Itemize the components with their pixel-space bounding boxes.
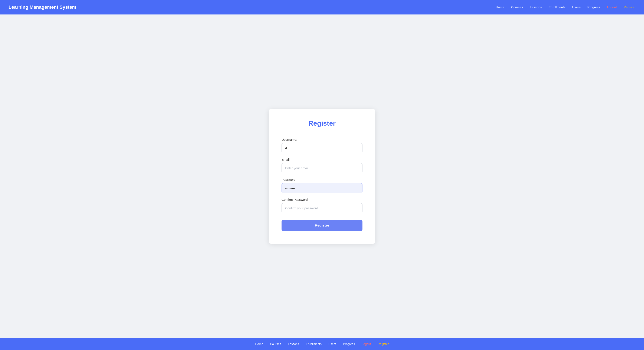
username-group: Username: (282, 138, 362, 153)
navbar-brand: Learning Management System (8, 4, 76, 10)
nav-register[interactable]: Register (624, 5, 636, 9)
password-group: Password: (282, 178, 362, 193)
nav-lessons[interactable]: Lessons (530, 5, 542, 9)
form-title: Register (282, 120, 362, 127)
footer-register[interactable]: Register (378, 342, 389, 346)
register-button[interactable]: Register (282, 220, 362, 231)
password-label: Password: (282, 178, 362, 182)
username-input[interactable] (282, 143, 362, 153)
navbar-links: Home Courses Lessons Enrollments Users P… (496, 5, 636, 9)
footer-users[interactable]: Users (328, 342, 336, 346)
footer-lessons[interactable]: Lessons (288, 342, 299, 346)
nav-home[interactable]: Home (496, 5, 504, 9)
footer-links: Home Courses Lessons Enrollments Users P… (255, 342, 389, 346)
footer: Home Courses Lessons Enrollments Users P… (0, 338, 644, 350)
footer-enrollments[interactable]: Enrollments (306, 342, 322, 346)
footer-logout[interactable]: Logout (362, 342, 371, 346)
nav-logout[interactable]: Logout (607, 5, 617, 9)
nav-progress[interactable]: Progress (587, 5, 600, 9)
email-input[interactable] (282, 163, 362, 173)
nav-courses[interactable]: Courses (511, 5, 523, 9)
nav-users[interactable]: Users (572, 5, 580, 9)
footer-courses[interactable]: Courses (270, 342, 281, 346)
nav-enrollments[interactable]: Enrollments (548, 5, 566, 9)
main-content: Register Username: Email: Password: Conf… (0, 14, 644, 338)
footer-progress[interactable]: Progress (343, 342, 355, 346)
confirm-password-group: Confirm Password: (282, 198, 362, 213)
password-input[interactable] (282, 183, 362, 193)
footer-home[interactable]: Home (255, 342, 263, 346)
register-form: Username: Email: Password: Confirm Passw… (282, 138, 362, 231)
navbar: Learning Management System Home Courses … (0, 0, 644, 14)
email-label: Email: (282, 158, 362, 161)
confirm-password-label: Confirm Password: (282, 198, 362, 202)
username-label: Username: (282, 138, 362, 141)
email-group: Email: (282, 158, 362, 173)
register-card: Register Username: Email: Password: Conf… (269, 109, 375, 244)
confirm-password-input[interactable] (282, 203, 362, 213)
